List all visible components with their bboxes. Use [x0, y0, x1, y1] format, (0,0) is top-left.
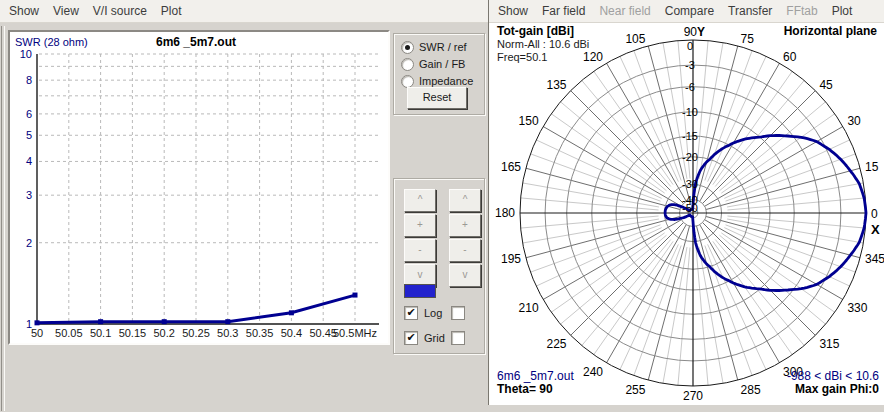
- db-scale-label: 0: [687, 40, 693, 52]
- x-axis-mark: X: [871, 222, 880, 237]
- scale-stepper-group: ^ + - v ^ + - v ✔ Log ✔ Grid: [393, 178, 485, 354]
- curve-color-swatch[interactable]: [404, 284, 436, 298]
- angle-label-90: 90: [684, 25, 698, 39]
- angle-label: 270: [683, 389, 703, 403]
- angle-label: 15: [865, 160, 879, 174]
- spoke-5deg: [551, 114, 664, 193]
- spoke-5deg: [663, 247, 687, 383]
- max-gain-label: Max gain Phi:0: [787, 383, 879, 396]
- spoke-5deg: [536, 140, 661, 198]
- angle-label: 315: [819, 337, 839, 351]
- spoke-15deg: [648, 226, 689, 380]
- y-tick-label: 5: [26, 129, 32, 141]
- menu-plot[interactable]: Plot: [161, 4, 182, 18]
- menu-view[interactable]: View: [53, 4, 79, 18]
- radio-gain-fb[interactable]: Gain / FB: [401, 57, 465, 71]
- spoke-15deg: [696, 226, 737, 380]
- log-checkbox[interactable]: ✔: [404, 306, 418, 320]
- menu-compare[interactable]: Compare: [665, 4, 714, 18]
- check-icon: ✔: [406, 331, 415, 343]
- spoke-15deg: [526, 168, 680, 209]
- spoke-15deg: [706, 168, 860, 209]
- angle-label: 195: [501, 252, 521, 266]
- y-tick-label: 3: [26, 189, 32, 201]
- angle-label: 75: [741, 32, 755, 46]
- radio-impedance[interactable]: Impedance: [401, 74, 473, 88]
- db-scale-label: -30: [682, 178, 698, 190]
- right-menubar: Show Far field Near field Compare Transf…: [489, 0, 884, 23]
- grid-label: Grid: [424, 332, 445, 344]
- polar-freq: Freq=50.1: [497, 51, 589, 64]
- swr-data-marker: [162, 319, 167, 324]
- menu-fftab[interactable]: FFtab: [786, 4, 817, 18]
- spoke-15deg: [648, 46, 689, 200]
- swr-data-marker: [98, 319, 103, 324]
- angle-label: 225: [547, 337, 567, 351]
- polar-footer-left: 6m6 _5m7.out Theta= 90: [497, 370, 574, 396]
- plus-button[interactable]: +: [404, 214, 436, 237]
- angle-label-0: 0: [871, 207, 878, 221]
- y-tick-label: 6: [26, 108, 32, 120]
- angle-label: 240: [583, 365, 603, 379]
- log-checkbox-2[interactable]: [451, 306, 465, 320]
- spoke-15deg: [703, 223, 816, 336]
- minus-button[interactable]: -: [404, 239, 436, 262]
- log-label: Log: [424, 307, 442, 319]
- swr-chart: 1234568105050.0550.150.1550.250.2550.350…: [10, 32, 384, 339]
- radio-impedance-label: Impedance: [419, 75, 473, 87]
- grid-checkbox-2[interactable]: [451, 331, 465, 345]
- spoke-5deg: [551, 233, 664, 312]
- x-tick-label: 50.1: [90, 327, 111, 339]
- db-scale-label: -20: [682, 151, 698, 163]
- angle-label: 30: [847, 114, 861, 128]
- grid-checkbox[interactable]: ✔: [404, 331, 418, 345]
- y-tick-label: 8: [26, 74, 32, 86]
- down-arrow-button-2[interactable]: v: [449, 264, 481, 287]
- spoke-5deg: [721, 114, 834, 193]
- angle-label: 255: [625, 383, 645, 397]
- spoke-5deg: [708, 244, 766, 369]
- x-tick-label: 50.3: [217, 327, 238, 339]
- radio-swr-ref[interactable]: SWR / ref: [401, 40, 467, 54]
- spoke-5deg: [536, 228, 661, 286]
- spoke-5deg: [594, 71, 673, 184]
- swr-data-marker: [225, 319, 230, 324]
- angle-label: 135: [547, 78, 567, 92]
- swr-ylabel: SWR (28 ohm): [15, 36, 88, 48]
- y-tick-label: 2: [26, 237, 32, 249]
- db-scale-label: -15: [682, 130, 698, 142]
- polar-title: Tot-gain [dBi]: [497, 25, 589, 38]
- radio-gain-fb-label: Gain / FB: [419, 58, 465, 70]
- menu-show[interactable]: Show: [498, 4, 528, 18]
- spoke-15deg: [706, 216, 860, 257]
- minus-button-2[interactable]: -: [449, 239, 481, 262]
- spoke-5deg: [523, 219, 659, 243]
- swr-data-marker: [35, 320, 40, 325]
- angle-label: 285: [741, 383, 761, 397]
- polar-norm: Norm-All : 10.6 dBi: [497, 38, 589, 51]
- swr-data-marker: [353, 293, 358, 298]
- angle-label: 345: [865, 252, 884, 266]
- menu-far-field[interactable]: Far field: [542, 4, 585, 18]
- radio-selected-icon: [401, 41, 414, 54]
- far-field-polar-chart: 0-3-6-10-15-20-30-40-500X153045607590Y10…: [489, 22, 884, 405]
- spoke-5deg: [594, 241, 673, 354]
- spoke-15deg: [703, 91, 816, 204]
- swr-data-marker: [289, 310, 294, 315]
- up-arrow-button[interactable]: ^: [404, 189, 436, 212]
- menu-plot[interactable]: Plot: [832, 4, 853, 18]
- spoke-15deg: [696, 46, 737, 200]
- db-scale-label: -10: [682, 106, 698, 118]
- menu-transfer[interactable]: Transfer: [728, 4, 772, 18]
- x-tick-label: 50: [31, 327, 43, 339]
- plus-button-2[interactable]: +: [449, 214, 481, 237]
- spoke-5deg: [724, 140, 849, 198]
- reset-button[interactable]: Reset: [407, 87, 467, 109]
- menu-vi-source[interactable]: V/I source: [93, 4, 147, 18]
- angle-label: 45: [819, 78, 833, 92]
- menu-near-field[interactable]: Near field: [599, 4, 650, 18]
- menu-show[interactable]: Show: [9, 4, 39, 18]
- up-arrow-button-2[interactable]: ^: [449, 189, 481, 212]
- x-tick-label: 50.35: [246, 327, 274, 339]
- left-menubar: Show View V/I source Plot: [0, 0, 488, 23]
